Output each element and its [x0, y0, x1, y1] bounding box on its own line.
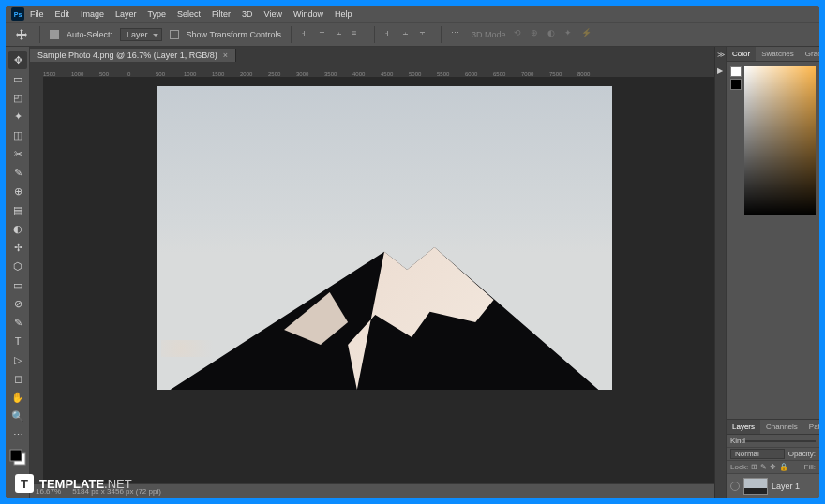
tab-channels[interactable]: Channels — [760, 420, 803, 434]
zoom-tool[interactable]: 🔍 — [8, 407, 27, 425]
lock-icon[interactable]: ✎ — [760, 463, 767, 471]
tab-color[interactable]: Color — [727, 47, 756, 61]
eraser-tool[interactable]: ⬡ — [8, 257, 27, 275]
lock-label: Lock: — [730, 463, 748, 471]
history-tool[interactable]: ✢ — [8, 238, 27, 257]
menu-filter[interactable]: Filter — [206, 9, 236, 19]
kind-label: Kind — [730, 437, 745, 445]
photo-content — [157, 86, 612, 390]
document-tab[interactable]: Sample Photo 4.png @ 16.7% (Layer 1, RGB… — [30, 49, 236, 62]
fill-label: Fill: — [804, 463, 816, 471]
layer-item[interactable]: Layer 1 — [727, 474, 819, 498]
menu-view[interactable]: View — [259, 9, 288, 19]
3d-icons: ⟲⊕◐✦⚡ — [514, 28, 594, 41]
opacity-label: Opacity: — [788, 450, 816, 458]
watermark-icon: T — [15, 474, 34, 493]
lasso-tool[interactable]: ◰ — [8, 88, 27, 107]
3d-mode-label: 3D Mode — [472, 30, 506, 39]
menu-image[interactable]: Image — [75, 9, 110, 19]
visibility-icon[interactable] — [730, 482, 740, 491]
layers-panel: Layers Channels Paths Kind Normal Opacit… — [727, 419, 819, 498]
menu-window[interactable]: Window — [288, 9, 329, 19]
align-icons[interactable]: ⫞⫟⫠≡ — [301, 28, 365, 41]
layer-name[interactable]: Layer 1 — [772, 482, 800, 491]
menu-edit[interactable]: Edit — [50, 9, 76, 19]
app-logo-icon[interactable]: Ps — [11, 7, 24, 21]
color-swatch[interactable] — [8, 448, 26, 470]
wand-tool[interactable]: ✦ — [8, 107, 27, 126]
brush-tool[interactable]: ▤ — [8, 200, 27, 219]
canvas[interactable] — [30, 77, 714, 483]
document-tabbar: Sample Photo 4.png @ 16.7% (Layer 1, RGB… — [30, 47, 714, 64]
menu-layer[interactable]: Layer — [110, 9, 142, 19]
menu-help[interactable]: Help — [329, 9, 358, 19]
more-icon[interactable]: ⋯ — [451, 28, 464, 41]
eyedropper-tool[interactable]: ✎ — [8, 163, 27, 182]
menubar: Ps File Edit Image Layer Type Select Fil… — [6, 6, 819, 22]
kind-dropdown[interactable] — [745, 440, 816, 442]
document-area: Sample Photo 4.png @ 16.7% (Layer 1, RGB… — [30, 47, 714, 498]
background-swatch[interactable] — [730, 79, 742, 90]
ruler-vertical[interactable] — [30, 77, 43, 483]
menu-file[interactable]: File — [24, 9, 50, 19]
tab-title: Sample Photo 4.png @ 16.7% (Layer 1, RGB… — [38, 51, 218, 60]
tab-swatches[interactable]: Swatches — [756, 47, 800, 61]
transform-label: Show Transform Controls — [187, 30, 282, 39]
color-panel — [727, 62, 819, 219]
blend-mode-dropdown[interactable]: Normal — [730, 449, 785, 459]
frame-tool[interactable]: ✂ — [8, 144, 27, 163]
watermark: T TEMPLATE.NET — [15, 474, 132, 493]
blur-tool[interactable]: ⊘ — [8, 294, 27, 313]
ruler-horizontal[interactable]: 1500100050005001000150020002500300035004… — [30, 64, 714, 77]
tab-layers[interactable]: Layers — [727, 420, 760, 434]
panel-dock: Color Swatches Gradients Layers Channels… — [726, 47, 819, 498]
menu-3d[interactable]: 3D — [236, 9, 259, 19]
tab-paths[interactable]: Paths — [803, 420, 819, 434]
main-area: ✥ ▭ ◰ ✦ ◫ ✂ ✎ ⊕ ▤ ◐ ✢ ⬡ ▭ ⊘ ✎ T ▷ ◻ ✋ 🔍 … — [6, 47, 819, 498]
edit-toolbar[interactable]: ⋯ — [8, 425, 27, 444]
crop-tool[interactable]: ◫ — [8, 126, 27, 144]
transform-checkbox[interactable] — [170, 30, 179, 39]
text-tool[interactable]: T — [8, 332, 27, 350]
hand-tool[interactable]: ✋ — [8, 388, 27, 407]
menu-type[interactable]: Type — [142, 9, 172, 19]
auto-select-dropdown[interactable]: Layer — [120, 28, 162, 41]
auto-select-label: Auto-Select: — [67, 30, 112, 39]
pen-tool[interactable]: ✎ — [8, 313, 27, 332]
options-bar: Auto-Select: Layer Show Transform Contro… — [6, 22, 819, 47]
heal-tool[interactable]: ⊕ — [8, 182, 27, 200]
lock-icon[interactable]: ⊞ — [751, 463, 758, 471]
move-tool-icon[interactable] — [13, 26, 30, 43]
color-panel-tabs: Color Swatches Gradients — [727, 47, 819, 62]
shape-tool[interactable]: ◻ — [8, 369, 27, 388]
lock-icon[interactable]: ✥ — [770, 463, 776, 471]
marquee-tool[interactable]: ▭ — [8, 69, 27, 88]
photoshop-window: Ps File Edit Image Layer Type Select Fil… — [6, 6, 819, 498]
path-tool[interactable]: ▷ — [8, 350, 27, 369]
color-picker[interactable] — [744, 66, 816, 215]
close-icon[interactable]: × — [223, 51, 228, 60]
layer-thumbnail[interactable] — [743, 478, 768, 495]
foreground-swatch[interactable] — [730, 66, 742, 77]
menu-select[interactable]: Select — [172, 9, 206, 19]
lock-icon[interactable]: 🔒 — [779, 463, 788, 471]
collapsed-panels[interactable]: ≫ ▶ — [714, 47, 726, 498]
distribute-icons[interactable]: ⫞⫠⫟ — [384, 28, 431, 41]
toolbar: ✥ ▭ ◰ ✦ ◫ ✂ ✎ ⊕ ▤ ◐ ✢ ⬡ ▭ ⊘ ✎ T ▷ ◻ ✋ 🔍 … — [6, 47, 30, 498]
auto-select-checkbox[interactable] — [50, 30, 59, 39]
gradient-tool[interactable]: ▭ — [8, 275, 27, 294]
move-tool[interactable]: ✥ — [8, 51, 27, 69]
tab-gradients[interactable]: Gradients — [800, 47, 819, 61]
status-bar: 16.67% 5184 px x 3456 px (72 ppi) — [30, 483, 714, 498]
stamp-tool[interactable]: ◐ — [8, 219, 27, 238]
svg-rect-1 — [10, 450, 22, 461]
